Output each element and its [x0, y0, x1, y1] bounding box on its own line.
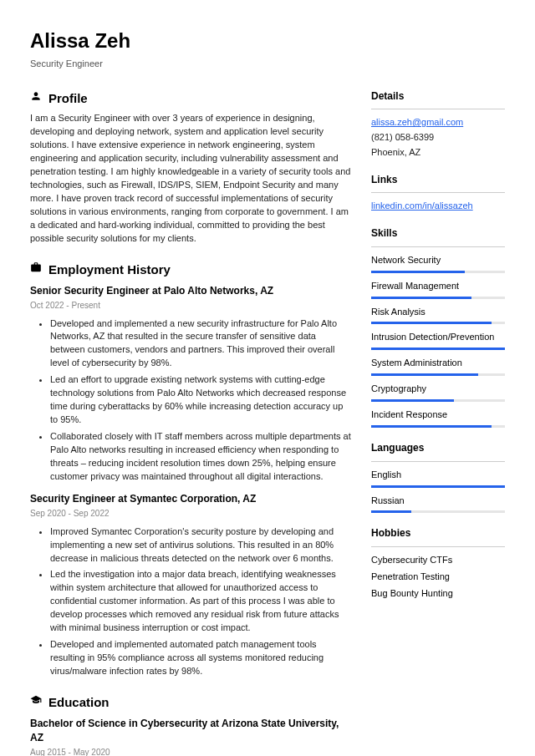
skill-item-label: Cryptography: [371, 383, 505, 396]
job-bullet: Collaborated closely with IT staff membe…: [50, 430, 351, 484]
skill-item-label: Incident Response: [371, 408, 505, 422]
job-bullet: Developed and implemented a new security…: [50, 317, 351, 371]
job-dates: Sep 2020 - Sep 2022: [30, 508, 351, 520]
progress-bar: [371, 271, 505, 273]
employment-section: Employment History Senior Security Engin…: [30, 261, 351, 678]
education-title: Education: [48, 693, 110, 712]
hobby-item: Cybersecurity CTFs: [371, 554, 505, 567]
skill-item: Cryptography: [371, 383, 505, 402]
phone-text: (821) 058-6399: [371, 131, 505, 145]
details-title: Details: [371, 89, 505, 104]
progress-bar: [371, 510, 505, 513]
hobbies-section: Hobbies Cybersecurity CTFsPenetration Te…: [371, 526, 505, 600]
hobby-item: Penetration Testing: [371, 571, 505, 584]
progress-fill: [371, 373, 478, 376]
divider: [371, 461, 505, 462]
progress-bar: [371, 485, 505, 488]
person-icon: [30, 90, 42, 106]
linkedin-link[interactable]: linkedin.com/in/alissazeh: [371, 200, 473, 211]
employment-title: Employment History: [48, 261, 171, 279]
progress-bar: [371, 322, 505, 324]
job-bullet: Developed and implemented automated patc…: [50, 638, 351, 678]
hobby-item: Bug Bounty Hunting: [371, 587, 505, 601]
language-item: English: [371, 469, 505, 488]
location-text: Phoenix, AZ: [371, 146, 505, 160]
person-title: Security Engineer: [30, 58, 505, 71]
divider: [371, 109, 505, 109]
skill-item: Intrusion Detection/Prevention: [371, 331, 505, 350]
progress-bar: [371, 373, 505, 376]
links-title: Links: [371, 173, 505, 187]
job-bullet: Led an effort to upgrade existing networ…: [50, 373, 351, 427]
progress-fill: [371, 399, 454, 402]
language-item: Russian: [371, 495, 505, 514]
progress-fill: [371, 348, 505, 350]
job-title: Security Engineer at Symantec Corporatio…: [30, 492, 351, 506]
job-dates: Oct 2022 - Present: [30, 300, 351, 312]
language-item-label: English: [371, 469, 505, 482]
skill-item-label: Firewall Management: [371, 280, 505, 293]
header: Alissa Zeh Security Engineer: [30, 27, 505, 71]
progress-fill: [371, 322, 492, 324]
main-column: Profile I am a Security Engineer with ov…: [30, 89, 351, 756]
skill-item-label: Intrusion Detection/Prevention: [371, 331, 505, 344]
divider: [371, 246, 505, 247]
job-bullets: Improved Symantec Corporation's security…: [30, 525, 351, 678]
job-bullet: Led the investigation into a major data …: [50, 568, 351, 635]
education-dates: Aug 2015 - May 2020: [30, 747, 351, 756]
email-link[interactable]: alissa.zeh@gmail.com: [371, 117, 463, 127]
person-name: Alissa Zeh: [30, 27, 505, 56]
skill-item-label: System Administration: [371, 357, 505, 370]
progress-bar: [371, 348, 505, 350]
profile-text: I am a Security Engineer with over 3 yea…: [30, 112, 351, 245]
graduation-cap-icon: [30, 694, 42, 710]
education-degree: Bachelor of Science in Cybersecurity at …: [30, 717, 351, 746]
skill-item-label: Risk Analysis: [371, 306, 505, 319]
progress-bar: [371, 425, 505, 428]
progress-fill: [371, 297, 471, 299]
skill-item: Firewall Management: [371, 280, 505, 299]
sidebar: Details alissa.zeh@gmail.com (821) 058-6…: [371, 89, 505, 756]
job-entry: Security Engineer at Symantec Corporatio…: [30, 492, 351, 678]
education-entry: Bachelor of Science in Cybersecurity at …: [30, 717, 351, 756]
job-bullet: Improved Symantec Corporation's security…: [50, 525, 351, 566]
progress-bar: [371, 297, 505, 299]
languages-title: Languages: [371, 441, 505, 455]
skill-item: Incident Response: [371, 408, 505, 428]
language-item-label: Russian: [371, 495, 505, 508]
skill-item: Network Security: [371, 254, 505, 273]
progress-fill: [371, 485, 505, 488]
skill-item: Risk Analysis: [371, 306, 505, 325]
progress-fill: [371, 271, 465, 273]
job-bullets: Developed and implemented a new security…: [30, 317, 351, 484]
skill-item: System Administration: [371, 357, 505, 376]
profile-section: Profile I am a Security Engineer with ov…: [30, 89, 351, 246]
links-section: Links linkedin.com/in/alissazeh: [371, 173, 505, 213]
details-section: Details alissa.zeh@gmail.com (821) 058-6…: [371, 89, 505, 160]
briefcase-icon: [30, 261, 42, 277]
profile-title: Profile: [48, 89, 88, 108]
hobbies-title: Hobbies: [371, 526, 505, 540]
job-entry: Senior Security Engineer at Palo Alto Ne…: [30, 284, 351, 484]
progress-bar: [371, 399, 505, 402]
divider: [371, 192, 505, 193]
skills-title: Skills: [371, 226, 505, 241]
education-section: Education Bachelor of Science in Cyberse…: [30, 693, 351, 756]
languages-section: Languages EnglishRussian: [371, 441, 505, 513]
skill-item-label: Network Security: [371, 254, 505, 267]
job-title: Senior Security Engineer at Palo Alto Ne…: [30, 284, 351, 298]
progress-fill: [371, 425, 492, 428]
skills-section: Skills Network SecurityFirewall Manageme…: [371, 226, 505, 428]
progress-fill: [371, 510, 411, 513]
divider: [371, 546, 505, 547]
